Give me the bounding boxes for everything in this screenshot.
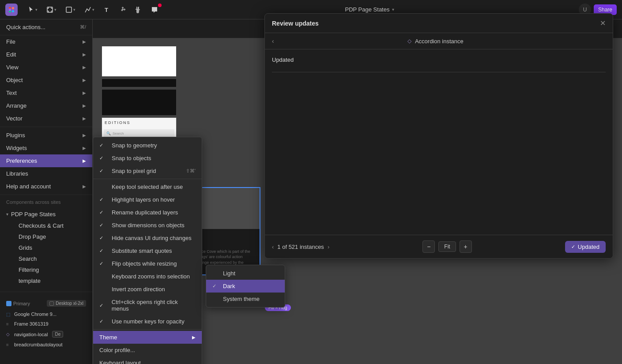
layer-google[interactable]: ⬚ Google Chrome 9... bbox=[0, 309, 92, 319]
arrow-icon: ▶ bbox=[83, 116, 86, 121]
snap-obj-item[interactable]: ✓ Snap to objects bbox=[93, 152, 202, 165]
theme-light[interactable]: Light bbox=[206, 267, 285, 280]
menu-object[interactable]: Object ▶ bbox=[0, 74, 92, 86]
color-profile-item[interactable]: Color profile... bbox=[93, 344, 202, 356]
page-states-header[interactable]: ▾ PDP Page States bbox=[6, 211, 86, 218]
menu-divider-3 bbox=[0, 292, 92, 292]
menu-widgets[interactable]: Widgets ▶ bbox=[0, 142, 92, 154]
review-back-button[interactable]: ‹ bbox=[272, 38, 274, 45]
menu-edit[interactable]: Edit ▶ bbox=[0, 48, 92, 61]
layer-frame[interactable]: ≡ Frame 3061319 bbox=[0, 319, 92, 329]
rename-dup-item[interactable]: ✓ Rename duplicated layers bbox=[93, 206, 202, 219]
zoom-fit-button[interactable]: Fit bbox=[438, 241, 456, 252]
menu-help[interactable]: Help and account ▶ bbox=[0, 180, 92, 193]
snap-geo-item[interactable]: ✓ Snap to geometry bbox=[93, 139, 202, 152]
arrow-icon: ▶ bbox=[83, 103, 86, 108]
figma-logo[interactable] bbox=[5, 4, 18, 16]
svg-rect-14 bbox=[66, 7, 72, 12]
page-search[interactable]: Search bbox=[6, 253, 86, 264]
check-icon: ✓ bbox=[99, 319, 108, 324]
review-counter: 1 of 521 instances bbox=[277, 244, 324, 250]
page-checkouts[interactable]: Checkouts & Cart bbox=[6, 220, 86, 231]
review-panel-header: Review updates ✕ bbox=[265, 14, 613, 33]
check-icon: ✓ bbox=[99, 303, 108, 308]
menu-arrange[interactable]: Arrange ▶ bbox=[0, 99, 92, 112]
text-tool[interactable]: T bbox=[101, 4, 113, 15]
keyboard-zoom-item[interactable]: Keyboard zooms into selection bbox=[93, 270, 202, 283]
review-next-button[interactable]: › bbox=[328, 244, 329, 250]
primary-header: Primary Desktop xl-2xl bbox=[0, 297, 92, 309]
arrow-icon: ▶ bbox=[83, 184, 86, 189]
menu-divider bbox=[0, 127, 92, 127]
sidebar: Quick actions... ⌘/ File ▶ Edit ▶ View ▶… bbox=[0, 19, 93, 364]
review-prev-button[interactable]: ‹ bbox=[272, 244, 274, 250]
theme-submenu: Light ✓ Dark System theme bbox=[206, 265, 285, 308]
canvas-frame-black-1 bbox=[102, 79, 177, 87]
desktop-label: Desktop xl-2xl bbox=[47, 300, 86, 307]
invert-zoom-item[interactable]: Invert zoom direction bbox=[93, 283, 202, 296]
menu-text[interactable]: Text ▶ bbox=[0, 86, 92, 99]
menu-divider bbox=[93, 179, 202, 179]
snap-pixel-item[interactable]: ✓ Snap to pixel grid ⇧⌘' bbox=[93, 165, 202, 177]
check-icon: ✓ bbox=[99, 235, 108, 241]
page-template[interactable]: template bbox=[6, 275, 86, 286]
svg-text:T: T bbox=[105, 7, 108, 13]
check-icon: ✓ bbox=[571, 244, 575, 250]
toolbar-center: PDP Page States ▾ bbox=[164, 6, 575, 13]
flip-resize-item[interactable]: ✓ Flip objects while resizing bbox=[93, 257, 202, 270]
primary-section: Primary Desktop xl-2xl ⬚ Google Chrome 9… bbox=[0, 294, 92, 353]
page-states-section: ▾ PDP Page States Checkouts & Cart Drop … bbox=[0, 207, 92, 290]
keyboard-layout-item[interactable]: Keyboard layout... bbox=[93, 356, 202, 364]
frame-tool[interactable]: ▾ bbox=[44, 4, 59, 15]
page-grids[interactable]: Grids bbox=[6, 242, 86, 253]
num-keys-item[interactable]: ✓ Use number keys for opacity bbox=[93, 315, 202, 328]
review-footer-nav: ‹ 1 of 521 instances › bbox=[272, 244, 329, 250]
theme-dark[interactable]: ✓ Dark bbox=[206, 280, 285, 293]
menu-plugins[interactable]: Plugins ▶ bbox=[0, 129, 92, 142]
arrow-icon: ▶ bbox=[83, 39, 86, 44]
keep-tool-item[interactable]: Keep tool selected after use bbox=[93, 180, 202, 193]
ctrl-click-item[interactable]: ✓ Ctrl+click opens right click menus bbox=[93, 296, 202, 315]
review-content: Updated bbox=[265, 49, 613, 235]
pen-tool[interactable]: ▾ bbox=[82, 4, 97, 15]
arrow-icon: ▶ bbox=[83, 146, 86, 150]
shape-tool[interactable]: ▾ bbox=[63, 4, 78, 15]
zoom-out-button[interactable]: − bbox=[422, 240, 435, 253]
page-title[interactable]: PDP Page States ▾ bbox=[345, 6, 395, 13]
review-close-button[interactable]: ✕ bbox=[600, 19, 606, 27]
hand-tool[interactable] bbox=[132, 4, 145, 15]
arrow-icon: ▶ bbox=[83, 133, 86, 138]
shortcut-label: ⇧⌘' bbox=[186, 168, 196, 174]
hide-canvas-item[interactable]: ✓ Hide canvas UI during changes bbox=[93, 232, 202, 244]
check-icon: ✓ bbox=[99, 222, 108, 228]
page-filtering[interactable]: Filtering bbox=[6, 264, 86, 275]
check-icon: ✓ bbox=[99, 155, 108, 161]
arrow-icon: ▶ bbox=[83, 90, 86, 95]
menu-preferences[interactable]: Preferences ▶ bbox=[0, 154, 92, 167]
menu-libraries[interactable]: Libraries bbox=[0, 167, 92, 180]
comment-tool[interactable] bbox=[148, 4, 161, 15]
quick-actions-item[interactable]: Quick actions... ⌘/ bbox=[0, 19, 92, 35]
menu-file[interactable]: File ▶ bbox=[0, 35, 92, 48]
menu-vector[interactable]: Vector ▶ bbox=[0, 112, 92, 125]
smart-quotes-item[interactable]: ✓ Substitute smart quotes bbox=[93, 244, 202, 257]
menu-view[interactable]: View ▶ bbox=[0, 61, 92, 74]
components-tool[interactable] bbox=[117, 4, 129, 15]
page-drop[interactable]: Drop Page bbox=[6, 231, 86, 242]
move-tool[interactable]: ▾ bbox=[25, 4, 40, 15]
check-icon: ✓ bbox=[99, 210, 108, 215]
svg-rect-4 bbox=[9, 8, 11, 11]
show-dim-item[interactable]: ✓ Show dimensions on objects bbox=[93, 219, 202, 232]
menu-divider-2 bbox=[0, 195, 92, 195]
de-badge: De bbox=[52, 331, 63, 338]
layer-nav[interactable]: ◇ navigation-local De bbox=[0, 329, 92, 340]
zoom-in-button[interactable]: + bbox=[460, 240, 472, 253]
canvas-frame-white bbox=[102, 46, 177, 77]
layer-breadcrumb[interactable]: ≡ breadcrumbautolayout bbox=[0, 340, 92, 349]
theme-item[interactable]: Theme ▶ bbox=[93, 331, 202, 344]
theme-system[interactable]: System theme bbox=[206, 293, 285, 305]
quick-actions-shortcut: ⌘/ bbox=[80, 24, 86, 30]
highlight-layers-item[interactable]: ✓ Highlight layers on hover bbox=[93, 193, 202, 206]
updated-button[interactable]: ✓ Updated bbox=[565, 241, 606, 253]
svg-rect-1 bbox=[12, 7, 14, 9]
